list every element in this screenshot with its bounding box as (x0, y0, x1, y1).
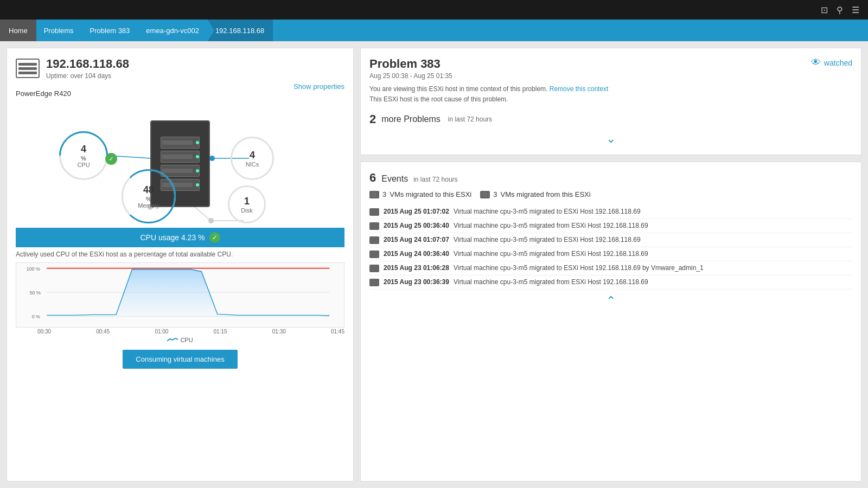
breadcrumb-problems[interactable]: Problems (36, 20, 82, 41)
chart-label-5: 01:45 (331, 329, 344, 335)
context-text: You are viewing this ESXi host in time c… (369, 85, 547, 93)
event-item: 2015 Aug 24 01:07:07 Virtual machine cpu… (369, 233, 852, 247)
breadcrumb-vcenter[interactable]: emea-gdn-vc002 (138, 20, 208, 41)
rack-slot-2 (18, 67, 37, 70)
more-label: more Problems (381, 114, 440, 124)
event-item: 2015 Aug 23 01:06:28 Virtual machine cpu… (369, 261, 852, 275)
legend-line-icon (167, 337, 178, 343)
breadcrumb-ip[interactable]: 192.168.118.68 (208, 20, 273, 41)
drive-slot (162, 140, 193, 145)
svg-marker-17 (47, 269, 329, 317)
status-check-badge: ✓ (105, 153, 117, 165)
left-panel: 192.168.118.68 Uptime: over 104 days Pow… (7, 48, 354, 481)
remove-context-link[interactable]: Remove this context (550, 85, 609, 93)
watched-label: watched (824, 59, 852, 67)
breadcrumb-home[interactable]: Home (0, 20, 36, 41)
cpu-usage-label: CPU usage 4.23 % (140, 233, 205, 242)
events-summary: ⬚ 3 VMs migrated to this ESXi ⬚ 3 VMs mi… (369, 190, 852, 198)
expand-problems-button[interactable]: ⌄ (369, 132, 852, 146)
cpu-ok-icon: ✓ (209, 232, 220, 243)
event-item: 2015 Aug 23 00:36:39 Virtual machine cpu… (369, 275, 852, 290)
event-desc-3: Virtual machine cpu-3-m5 migrated from E… (454, 250, 648, 258)
vm-migrate-to-icon: ⬚ (369, 191, 379, 198)
chart-label-0: 00:30 (37, 329, 51, 335)
nics-metric: 4 NICs (231, 137, 274, 180)
event-desc-0: Virtual machine cpu-3-m5 migrated to ESX… (454, 208, 641, 215)
cpu-metric: 4% CPU (59, 131, 108, 180)
right-panel: Problem 383 Aug 25 00:38 - Aug 25 01:35 … (360, 48, 861, 481)
svg-text:0 %: 0 % (32, 314, 40, 319)
top-bar: ⊡ ⚲ ☰ (0, 0, 868, 20)
more-problems: 2 more Problems in last 72 hours (369, 112, 852, 126)
event-time-5: 2015 Aug 23 00:36:39 (384, 278, 449, 286)
menu-icon[interactable]: ☰ (852, 5, 859, 15)
event-desc-4: Virtual machine cpu-3-m5 migrated to ESX… (454, 264, 704, 272)
svg-text:100 %: 100 % (27, 266, 40, 272)
chart-label-3: 01:15 (214, 329, 227, 335)
diagram-area: 4% CPU ✓ (16, 104, 344, 223)
vm-from-text: VMs migrated from this ESXi (500, 190, 590, 198)
vm-from-count: 3 (493, 190, 497, 198)
event-desc-1: Virtual machine cpu-3-m5 migrated from E… (454, 222, 648, 229)
memory-arc (122, 169, 176, 223)
server-drive-2 (161, 151, 200, 163)
event-vm-icon-2 (369, 236, 379, 244)
events-count: 6 (369, 171, 376, 185)
nics-value: 4 (250, 150, 255, 161)
problem-description: You are viewing this ESXi host in time c… (369, 84, 852, 105)
event-time-1: 2015 Aug 25 00:36:40 (384, 222, 449, 229)
show-properties-link[interactable]: Show properties (293, 82, 344, 91)
server-drive-3 (161, 165, 200, 177)
svg-line-4 (195, 207, 211, 221)
disk-value: 1 (244, 196, 250, 207)
consuming-vm-button[interactable]: Consuming virtual machines (123, 350, 237, 369)
problem-section: Problem 383 Aug 25 00:38 - Aug 25 01:35 … (360, 48, 861, 155)
event-time-2: 2015 Aug 24 01:07:07 (384, 236, 449, 243)
root-cause-text: This ESXi host is the root cause of this… (369, 95, 508, 103)
host-header: 192.168.118.68 Uptime: over 104 days (16, 57, 344, 80)
vm-migrate-from-icon: ⬚ (480, 191, 490, 198)
rack-slot-3 (18, 72, 37, 74)
memory-metric: 48% Memory (122, 169, 176, 223)
chart-label-1: 00:45 (96, 329, 110, 335)
drive-light-2 (196, 155, 199, 158)
problem-title-area: Problem 383 Aug 25 00:38 - Aug 25 01:35 (369, 57, 452, 80)
host-uptime: Uptime: over 104 days (46, 72, 129, 80)
event-time-3: 2015 Aug 24 00:36:40 (384, 250, 449, 258)
chart-label-4: 01:30 (272, 329, 286, 335)
search-icon[interactable]: ⚲ (837, 5, 843, 15)
vm-from-summary: ⬚ 3 VMs migrated from this ESXi (480, 190, 590, 198)
drive-light (196, 141, 199, 144)
vm-to-count: 3 (382, 190, 386, 198)
drive-light-4 (196, 183, 199, 187)
watched-badge[interactable]: 👁 watched (811, 57, 852, 68)
event-desc-2: Virtual machine cpu-3-m5 migrated to ESX… (454, 236, 641, 243)
breadcrumb: Home Problems Problem 383 emea-gdn-vc002… (0, 20, 868, 41)
breadcrumb-problem383[interactable]: Problem 383 (82, 20, 139, 41)
main-content: 192.168.118.68 Uptime: over 104 days Pow… (0, 41, 868, 488)
collapse-events-button[interactable]: ⌃ (369, 294, 852, 308)
chart-label-2: 01:00 (155, 329, 168, 335)
eye-icon: 👁 (811, 57, 821, 68)
events-header: 6 Events in last 72 hours (369, 171, 852, 185)
host-model: PowerEdge R420 (16, 89, 71, 98)
problem-title: Problem 383 (369, 57, 452, 71)
problem-time: Aug 25 00:38 - Aug 25 01:35 (369, 72, 452, 80)
server-icon (16, 59, 40, 78)
event-vm-icon-0 (369, 208, 379, 216)
server-drive-1 (161, 137, 200, 149)
events-label: Events (381, 174, 408, 184)
host-ip: 192.168.118.68 (46, 57, 129, 71)
chart-x-labels: 00:30 00:45 01:00 01:15 01:30 01:45 (16, 329, 344, 335)
events-section: 6 Events in last 72 hours ⬚ 3 VMs migrat… (360, 162, 861, 481)
rack-slot-1 (18, 63, 37, 66)
cpu-usage-bar: CPU usage 4.23 % ✓ (16, 228, 344, 247)
chart-legend: CPU (16, 337, 344, 343)
event-time-4: 2015 Aug 23 01:06:28 (384, 264, 449, 272)
vm-to-text: VMs migrated to this ESXi (390, 190, 471, 198)
event-vm-icon-5 (369, 279, 379, 286)
event-vm-icon-1 (369, 222, 379, 230)
disk-metric: 1 Disk (228, 185, 266, 223)
monitor-icon[interactable]: ⊡ (821, 5, 828, 15)
drive-light-3 (196, 169, 199, 172)
